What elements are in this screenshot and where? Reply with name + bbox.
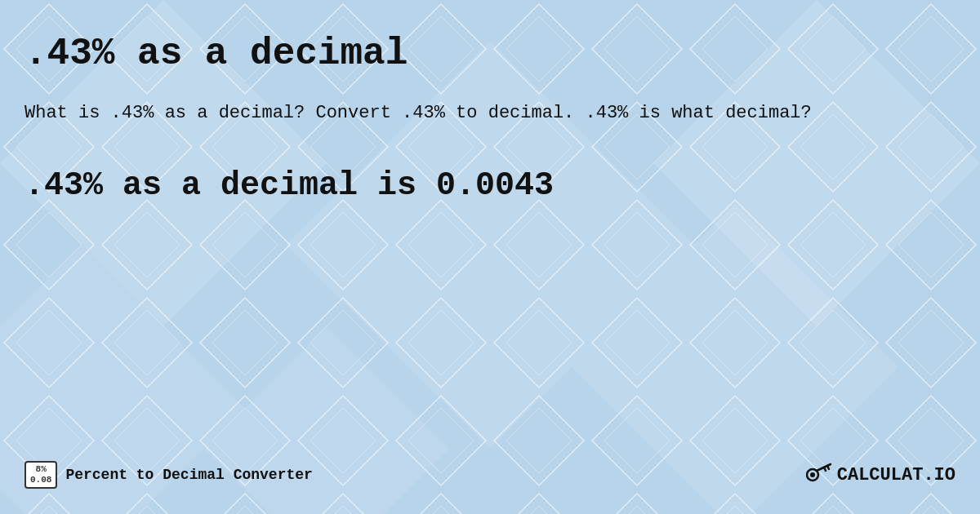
footer-logo: CALCULAT.IO — [806, 460, 956, 490]
footer-left: 8% 0.08 Percent to Decimal Converter — [24, 461, 313, 489]
result-section: .43% as a decimal is 0.0043 — [24, 167, 956, 204]
badge-bottom: 0.08 — [30, 475, 51, 485]
result-text: .43% as a decimal is 0.0043 — [24, 167, 956, 204]
svg-point-11 — [810, 472, 815, 477]
logo-text: CALCULAT.IO — [837, 465, 956, 485]
percent-badge: 8% 0.08 — [24, 461, 57, 489]
badge-top: 8% — [36, 464, 47, 475]
page-content: .43% as a decimal What is .43% as a deci… — [0, 0, 980, 514]
footer: 8% 0.08 Percent to Decimal Converter CAL… — [24, 460, 956, 498]
description-text: What is .43% as a decimal? Convert .43% … — [24, 100, 956, 126]
page-title: .43% as a decimal — [24, 33, 956, 75]
footer-label: Percent to Decimal Converter — [65, 467, 312, 483]
svg-line-14 — [824, 467, 826, 471]
svg-line-13 — [827, 466, 829, 469]
logo-icon — [806, 460, 832, 490]
